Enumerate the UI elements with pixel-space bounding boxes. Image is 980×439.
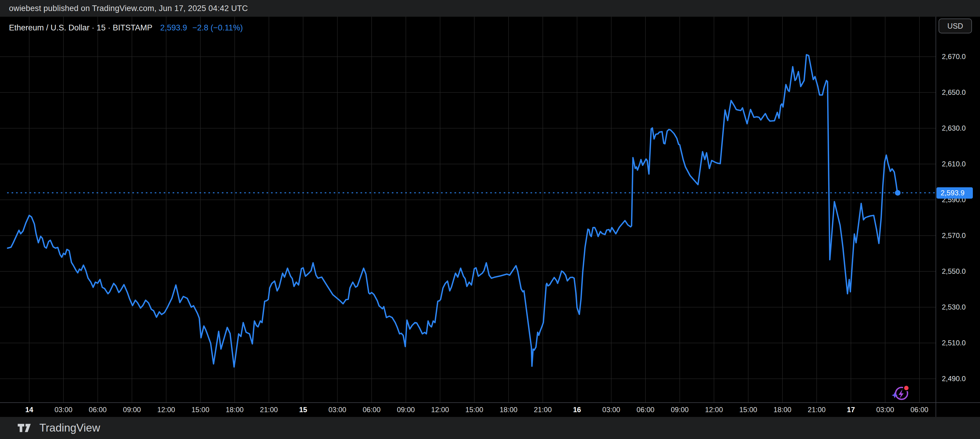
last-price-value: 2,593.9 [160,23,187,32]
attribution-text: owiebest published on TradingView.com, J… [9,4,248,13]
time-tick-label: 15:00 [191,405,209,414]
time-tick-label: 06:00 [636,405,654,414]
tradingview-logo-icon [17,422,35,434]
attribution-bar: owiebest published on TradingView.com, J… [0,0,980,17]
price-chart-canvas[interactable] [0,0,980,439]
time-tick-label: 15:00 [465,405,483,414]
time-tick-label: 06:00 [363,405,380,414]
time-tick-label: 21:00 [260,405,278,414]
time-tick-label: 18:00 [226,405,243,414]
price-tick-label: 2,490.0 [942,374,966,383]
time-tick-label: 03:00 [876,405,894,414]
time-tick-label: 03:00 [603,405,620,414]
footer-bar: TradingView [0,417,980,439]
last-price-marker-dot [895,190,900,196]
chart-legend[interactable]: Ethereum / U.S. Dollar · 15 · BITSTAMP 2… [9,23,243,32]
price-tick-label: 2,570.0 [942,231,966,240]
time-tick-label: 15:00 [739,405,757,414]
time-tick-label: 18:00 [774,405,792,414]
price-tick-label: 2,510.0 [942,339,966,347]
tradingview-logo-text: TradingView [39,422,100,434]
current-price-label: 2,593.9 [937,187,973,199]
time-tick-label: 12:00 [157,405,175,414]
tradingview-chart-page: owiebest published on TradingView.com, J… [0,0,980,439]
time-tick-label: 06:00 [89,405,107,414]
time-tick-day-label: 16 [573,405,581,414]
time-tick-day-label: 17 [847,405,855,414]
time-tick-day-label: 14 [25,405,33,414]
time-axis[interactable]: 1403:0006:0009:0012:0015:0018:0021:00150… [0,402,936,417]
time-tick-label: 12:00 [431,405,449,414]
time-tick-label: 09:00 [397,405,415,414]
time-tick-label: 21:00 [808,405,826,414]
time-tick-label: 18:00 [500,405,517,414]
price-tick-label: 2,650.0 [942,88,966,97]
time-tick-label: 12:00 [705,405,723,414]
tradingview-logo-link[interactable]: TradingView [17,422,100,434]
price-tick-label: 2,610.0 [942,159,966,169]
currency-toggle-button[interactable]: USD [939,19,972,33]
time-tick-label: 03:00 [328,405,346,414]
time-tick-label: 21:00 [534,405,552,414]
spark-ai-icon[interactable] [891,384,909,402]
price-tick-label: 2,630.0 [942,124,966,133]
lightning-bolt-icon [899,389,904,399]
notification-dot-icon [904,386,909,390]
time-tick-label: 06:00 [910,405,928,414]
price-axis[interactable]: USD 2,593.9 2,670.02,650.02,630.02,610.0… [936,17,980,417]
symbol-title: Ethereum / U.S. Dollar · 15 · BITSTAMP [9,23,153,32]
price-line-series [8,54,898,367]
price-tick-label: 2,550.0 [942,267,966,276]
price-tick-label: 2,670.0 [942,52,966,61]
time-tick-label: 09:00 [123,405,141,414]
time-tick-day-label: 15 [299,405,307,414]
time-tick-label: 09:00 [671,405,689,414]
price-change-value: −2.8 (−0.11%) [192,23,243,32]
time-tick-label: 03:00 [54,405,72,414]
price-tick-label: 2,530.0 [942,303,966,312]
